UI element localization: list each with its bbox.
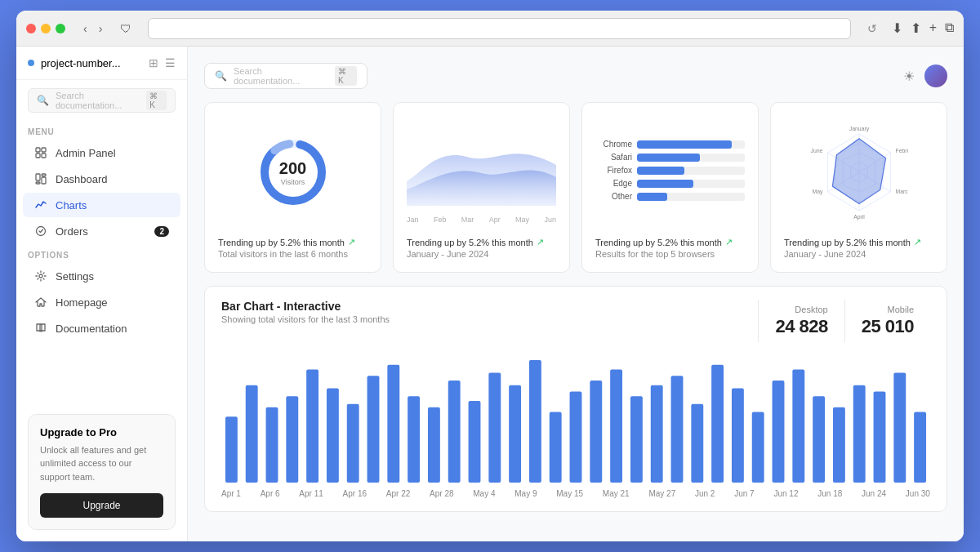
sidebar-item-label: Settings <box>56 270 94 283</box>
browser-bar-bg <box>637 140 745 149</box>
sidebar-search[interactable]: 🔍 Search documentation... ⌘ K <box>28 88 176 113</box>
bar-chart-container: Apr 1Apr 6Apr 11Apr 16Apr 22Apr 28May 4M… <box>221 352 930 498</box>
month-label: Feb <box>434 216 447 224</box>
card-footer: Trending up by 5.2% this month ↗ January… <box>784 237 933 259</box>
area-chart-area <box>407 116 556 214</box>
home-icon <box>34 296 47 309</box>
sidebar-item-label: Dashboard <box>56 173 108 185</box>
expand-icon[interactable]: ⊞ <box>149 56 158 69</box>
upgrade-title: Upgrade to Pro <box>40 426 163 438</box>
donut-value: 200 <box>279 159 306 178</box>
theme-toggle-button[interactable]: ☀ <box>903 69 915 84</box>
svg-rect-6 <box>42 174 46 176</box>
card-sub-text: Results for the top 5 browsers <box>595 249 745 259</box>
back-button[interactable]: ‹ <box>80 20 91 37</box>
sidebar-item-documentation[interactable]: Documentation <box>23 316 180 341</box>
x-axis-label: Apr 22 <box>386 489 410 498</box>
sidebar-item-charts[interactable]: Charts <box>23 193 180 217</box>
area-chart-labels: Jan Feb Mar Apr May Jun <box>407 214 556 229</box>
top-search[interactable]: 🔍 Search documentation... ⌘ K <box>204 63 368 89</box>
x-axis-label: Apr 6 <box>261 489 280 498</box>
sidebar-item-settings[interactable]: Settings <box>23 264 180 288</box>
new-tab-icon[interactable]: + <box>929 20 937 36</box>
x-axis-label: May 27 <box>648 489 675 498</box>
svg-text:May: May <box>812 189 823 195</box>
svg-text:March: March <box>895 189 907 194</box>
svg-text:January: January <box>849 126 869 132</box>
browser-name: Edge <box>595 179 632 188</box>
svg-rect-35 <box>387 365 399 483</box>
browser-bar-bg <box>637 180 745 188</box>
upgrade-button[interactable]: Upgrade <box>40 493 163 518</box>
card-sub-text: Total visitors in the last 6 months <box>218 249 368 259</box>
minimize-button[interactable] <box>41 24 51 33</box>
x-axis-label: Jun 2 <box>695 489 715 498</box>
donut-label: Visitors <box>279 178 306 186</box>
sidebar-item-admin-panel[interactable]: Admin Panel <box>23 140 180 165</box>
donut-chart: 200 Visitors <box>256 136 330 209</box>
x-axis-label: Jun 24 <box>862 489 886 498</box>
svg-rect-60 <box>893 372 906 483</box>
project-name-label: project-number... <box>41 57 121 69</box>
browser-bar-fill <box>637 140 732 149</box>
svg-rect-55 <box>792 370 804 483</box>
interactive-bar-card: Bar Chart - Interactive Showing total vi… <box>204 286 947 512</box>
browser-name: Safari <box>595 153 632 162</box>
browsers-chart: Chrome Safari <box>595 140 745 205</box>
radar-chart-svg: January Februa March April May June <box>810 123 908 221</box>
svg-rect-34 <box>368 376 380 483</box>
card-area: Jan Feb Mar Apr May Jun Trending up by 5… <box>393 102 570 273</box>
sidebar-bottom: Upgrade to Pro Unlock all features and g… <box>16 403 187 542</box>
dashboard-icon <box>34 172 47 185</box>
stat-number-mobile: 25 010 <box>862 316 914 337</box>
svg-rect-32 <box>327 389 339 483</box>
svg-rect-3 <box>42 154 46 158</box>
svg-rect-42 <box>529 360 541 483</box>
x-axis-label: May 4 <box>473 489 495 498</box>
shield-icon: 🛡 <box>120 22 131 35</box>
duplicate-icon[interactable]: ⧉ <box>945 20 954 36</box>
forward-button[interactable]: › <box>96 20 106 37</box>
close-button[interactable] <box>26 24 36 33</box>
svg-rect-5 <box>42 177 46 184</box>
bar-chart-svg <box>221 352 930 483</box>
x-axis-label: May 15 <box>556 489 583 498</box>
layout-icon[interactable]: ☰ <box>165 56 176 69</box>
trending-label: Trending up by 5.2% this month ↗ <box>784 237 933 247</box>
maximize-button[interactable] <box>56 24 65 33</box>
svg-rect-57 <box>833 407 845 483</box>
browser-bar-bg <box>637 193 745 201</box>
svg-text:June: June <box>810 148 822 154</box>
share-icon[interactable]: ⬆ <box>911 20 921 36</box>
svg-rect-44 <box>570 391 582 483</box>
sidebar-item-dashboard[interactable]: Dashboard <box>23 167 180 191</box>
card-sub-text: January - June 2024 <box>784 249 933 259</box>
search-icon: 🔍 <box>215 70 227 82</box>
address-bar[interactable] <box>148 18 850 39</box>
svg-rect-36 <box>408 396 420 483</box>
svg-rect-40 <box>488 372 501 483</box>
svg-rect-39 <box>469 401 481 483</box>
stat-device: Mobile <box>862 305 914 314</box>
radar-chart-area: January Februa March April May June <box>784 116 933 229</box>
x-axis-label: Apr 28 <box>430 489 453 498</box>
browser-bar-fill <box>637 167 684 175</box>
download-icon[interactable]: ⬇ <box>892 20 902 36</box>
sidebar-item-homepage[interactable]: Homepage <box>23 290 180 314</box>
stat-number-desktop: 24 828 <box>775 316 827 337</box>
browser-row-other: Other <box>595 192 745 201</box>
orders-badge: 2 <box>154 226 169 237</box>
svg-rect-33 <box>347 404 359 483</box>
sidebar-item-orders[interactable]: Orders 2 <box>23 219 180 243</box>
browser-navigation: ‹ › <box>80 20 105 37</box>
project-name: project-number... <box>28 57 121 69</box>
refresh-icon[interactable]: ↺ <box>867 22 877 35</box>
bar-chart-title: Bar Chart - Interactive <box>221 300 390 313</box>
trending-text: Trending up by 5.2% this month <box>218 238 345 247</box>
x-axis-label: May 21 <box>603 489 630 498</box>
browser-row-chrome: Chrome <box>595 140 745 149</box>
x-axis-label: Jun 7 <box>734 489 754 498</box>
svg-rect-7 <box>36 182 40 184</box>
trending-label: Trending up by 5.2% this month ↗ <box>595 237 745 247</box>
user-avatar[interactable] <box>924 65 947 87</box>
